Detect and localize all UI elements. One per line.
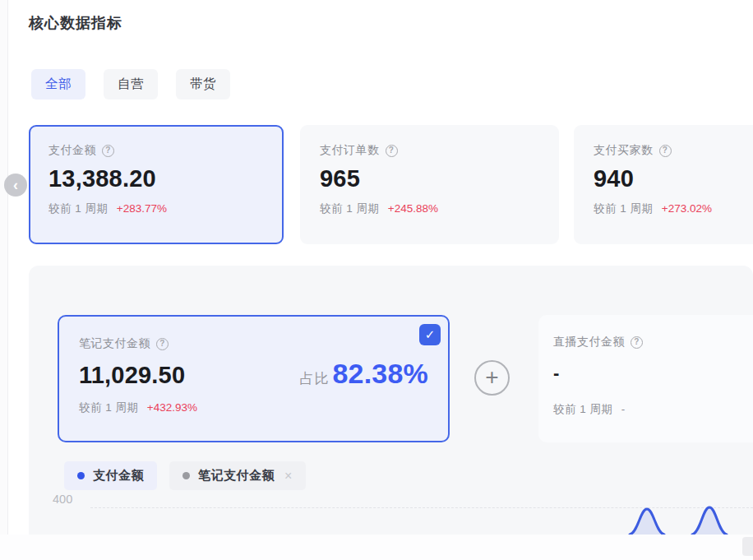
metric-card-payment-orders[interactable]: 支付订单数 ? 965 较前 1 周期 +245.88% [300,125,559,244]
carousel-prev-button[interactable]: ‹ [4,174,27,197]
close-icon[interactable]: × [284,469,293,484]
metric-label: 笔记支付金额 [79,336,150,351]
compare-label: 较前 1 周期 [49,202,109,215]
tab-affiliate[interactable]: 带货 [176,69,230,100]
legend-label: 笔记支付金额 [198,468,275,484]
page-title: 核心数据指标 [29,13,122,33]
help-icon[interactable]: ? [102,145,114,157]
legend-item-note-payment-amount[interactable]: 笔记支付金额 × [169,461,306,490]
help-icon[interactable]: ? [659,145,672,157]
scope-tabs: 全部 自营 带货 [31,69,230,100]
metric-value: 11,029.50 [79,362,185,389]
compare-label: 较前 1 周期 [320,202,380,215]
help-icon[interactable]: ? [631,336,643,349]
help-icon[interactable]: ? [386,145,398,157]
plus-icon: + [485,364,498,390]
compare-label: 较前 1 周期 [553,403,613,415]
change-value: +273.02% [662,202,712,215]
chart-legend: 支付金额 笔记支付金额 × [64,461,306,490]
share-label: 占比 [299,369,329,388]
tab-all[interactable]: 全部 [31,69,85,100]
checkbox-checked[interactable]: ✓ [419,324,441,345]
metric-value: 965 [320,165,539,192]
add-metric-button[interactable]: + [474,360,510,396]
page-left-edge [0,0,8,560]
change-value: - [621,403,626,415]
metric-label: 支付金额 [49,143,96,158]
series-dot-icon [77,472,85,479]
dashboard-core-metrics: 核心数据指标 全部 自营 带货 ‹ 支付金额 ? 13,388.20 较前 1 … [0,0,753,560]
change-value: +432.93% [147,401,197,414]
chevron-left-icon: ‹ [13,177,18,194]
sub-card-live-payment-amount[interactable]: 直播支付金额 ? - 较前 1 周期 - [538,315,753,442]
line-chart-peaks [0,503,753,535]
compare-label: 较前 1 周期 [594,202,654,215]
legend-item-payment-amount[interactable]: 支付金额 [64,461,157,490]
metric-value: - [553,363,753,384]
change-value: +245.88% [388,202,438,215]
change-value: +283.77% [117,202,167,215]
floating-widget-cutoff[interactable] [742,537,753,556]
tab-self-operated[interactable]: 自营 [104,69,158,100]
series-dot-icon [182,472,190,479]
metric-card-payment-buyers[interactable]: 支付买家数 ? 940 较前 1 周期 +273.02% [574,125,753,244]
metric-label: 直播支付金额 [553,335,625,349]
compare-label: 较前 1 周期 [79,401,139,414]
metric-label: 支付订单数 [320,143,380,158]
share-value: 82.38% [332,358,428,390]
metric-label: 支付买家数 [594,143,654,158]
legend-label: 支付金额 [93,468,144,484]
metric-value: 940 [594,165,753,192]
sub-card-note-payment-amount[interactable]: ✓ 笔记支付金额 ? 11,029.50 占比 82.38% 较前 1 周期 +… [58,315,450,442]
metric-card-payment-amount[interactable]: 支付金额 ? 13,388.20 较前 1 周期 +283.77% [29,125,284,244]
help-icon[interactable]: ? [156,338,169,350]
check-icon: ✓ [425,327,436,342]
bottom-cutoff-band [0,535,753,560]
metric-value: 13,388.20 [49,165,264,192]
